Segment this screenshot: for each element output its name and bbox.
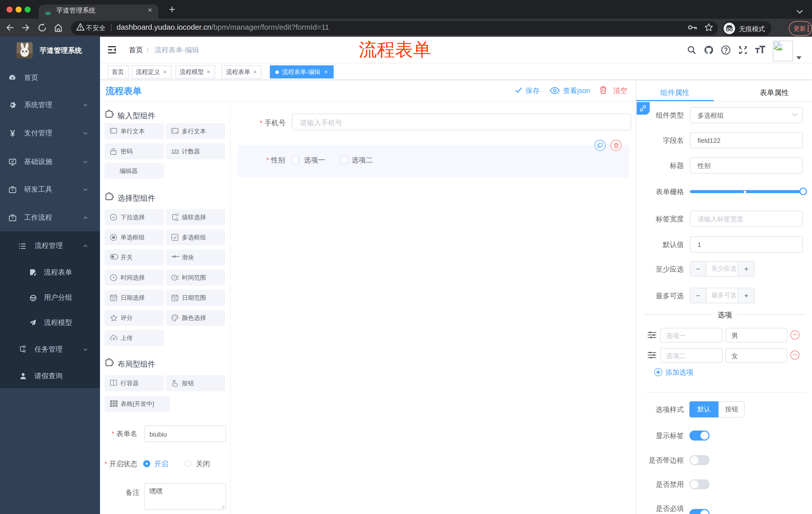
svg-text:123: 123 (171, 148, 179, 154)
